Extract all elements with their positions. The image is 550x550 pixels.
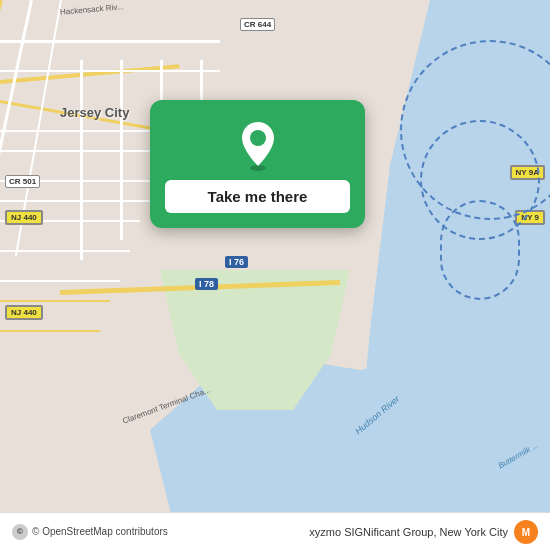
i78-label: I 78 xyxy=(195,278,218,290)
road-12 xyxy=(0,200,150,202)
nj440-mid-label: NJ 440 xyxy=(5,305,43,320)
nj440-top-label: NJ 440 xyxy=(5,210,43,225)
jersey-city-map-label: Jersey City xyxy=(60,105,129,120)
road-17 xyxy=(0,330,100,332)
location-card: Take me there xyxy=(150,100,365,228)
app-credit: xyzmo SIGNificant Group, New York City M xyxy=(309,520,538,544)
svg-point-1 xyxy=(250,130,266,146)
location-pin-icon xyxy=(236,120,280,172)
bottom-bar: © © OpenStreetMap contributors xyzmo SIG… xyxy=(0,512,550,550)
dashed-route-3 xyxy=(440,200,520,300)
moovit-icon: M xyxy=(514,520,538,544)
svg-text:M: M xyxy=(522,527,530,538)
road-16 xyxy=(0,300,110,302)
road-15 xyxy=(0,280,120,282)
osm-attribution: © © OpenStreetMap contributors xyxy=(12,524,168,540)
map-container: CR 644 CR 501 NJ 440 NJ 440 I 76 I 78 NY… xyxy=(0,0,550,550)
osm-logo: © xyxy=(12,524,28,540)
osm-credit-text: © OpenStreetMap contributors xyxy=(32,526,168,537)
road-3 xyxy=(80,60,83,260)
i76-label: I 76 xyxy=(225,256,248,268)
moovit-logo: M xyxy=(514,520,538,544)
app-name-text: xyzmo SIGNificant Group, New York City xyxy=(309,526,508,538)
road-14 xyxy=(0,250,130,252)
cr644-label: CR 644 xyxy=(240,18,275,31)
take-me-there-button[interactable]: Take me there xyxy=(165,180,350,213)
cr501-label: CR 501 xyxy=(5,175,40,188)
road-8 xyxy=(0,70,220,72)
road-7 xyxy=(0,40,220,43)
